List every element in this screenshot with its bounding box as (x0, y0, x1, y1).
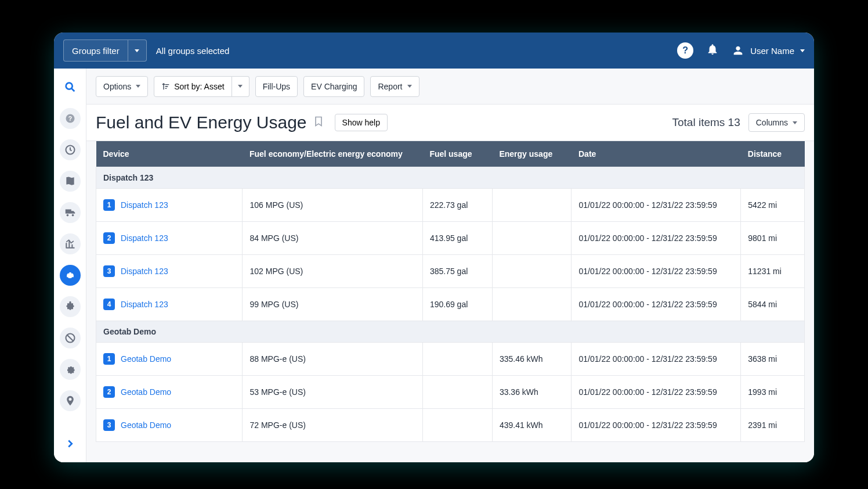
cell-distance: 3638 mi (741, 343, 805, 376)
table-row[interactable]: 4Dispatch 12399 MPG (US)190.69 gal01/01/… (96, 288, 805, 321)
device-link[interactable]: Dispatch 123 (121, 267, 168, 276)
cell-date: 01/01/22 00:00:00 - 12/31/22 23:59:59 (572, 343, 741, 376)
device-cell: 3Dispatch 123 (103, 265, 235, 277)
table-row[interactable]: 1Geotab Demo88 MPG-e (US)335.46 kWh01/01… (96, 343, 805, 376)
help-nav-icon[interactable]: ? (60, 108, 81, 129)
report-label: Report (378, 82, 402, 91)
cell-date: 01/01/22 00:00:00 - 12/31/22 23:59:59 (572, 288, 741, 321)
table-row[interactable]: 2Geotab Demo53 MPG-e (US)33.36 kWh01/01/… (96, 376, 805, 409)
puzzle-icon[interactable] (60, 296, 81, 317)
search-icon[interactable] (60, 77, 81, 98)
cell-fuel: 413.95 gal (422, 222, 492, 255)
group-name: Dispatch 123 (96, 167, 805, 189)
bookmark-icon[interactable] (313, 114, 324, 131)
options-button[interactable]: Options (96, 76, 148, 97)
group-header-row[interactable]: Dispatch 123 (96, 167, 805, 189)
page-header: Fuel and EV Energy Usage Show help Total… (86, 105, 814, 141)
device-cell: 3Geotab Demo (103, 419, 235, 431)
row-badge: 1 (103, 199, 115, 211)
group-header-row[interactable]: Geotab Demo (96, 321, 805, 343)
table-wrap: Device Fuel economy/Electric energy econ… (86, 141, 814, 442)
row-badge: 2 (103, 386, 115, 398)
table-row[interactable]: 3Geotab Demo72 MPG-e (US)439.41 kWh01/01… (96, 409, 805, 442)
svg-line-1 (71, 89, 74, 92)
pin-icon[interactable] (60, 390, 81, 411)
device-link[interactable]: Dispatch 123 (121, 300, 168, 309)
cell-economy: 102 MPG (US) (243, 255, 422, 288)
cell-date: 01/01/22 00:00:00 - 12/31/22 23:59:59 (572, 409, 741, 442)
device-cell: 4Dispatch 123 (103, 299, 235, 310)
fill-ups-label: Fill-Ups (263, 82, 290, 91)
device-cell: 2Dispatch 123 (103, 232, 235, 244)
col-distance[interactable]: Distance (741, 141, 805, 167)
row-badge: 2 (103, 232, 115, 244)
cell-distance: 1993 mi (741, 376, 805, 409)
sort-by-caret[interactable] (232, 76, 249, 97)
ev-charging-button[interactable]: EV Charging (303, 76, 364, 97)
chevron-down-icon (793, 121, 797, 124)
user-menu[interactable]: User Name (732, 44, 805, 57)
cell-distance: 9801 mi (741, 222, 805, 255)
show-help-button[interactable]: Show help (335, 114, 388, 131)
table-row[interactable]: 3Dispatch 123102 MPG (US)385.75 gal01/01… (96, 255, 805, 288)
device-cell: 1Geotab Demo (103, 353, 235, 365)
col-device[interactable]: Device (96, 141, 243, 167)
col-date[interactable]: Date (572, 141, 741, 167)
help-icon[interactable]: ? (677, 42, 693, 59)
cell-fuel: 385.75 gal (422, 255, 492, 288)
truck-icon[interactable] (60, 202, 81, 223)
chevron-down-icon (800, 49, 805, 52)
chart-icon[interactable] (60, 233, 81, 254)
left-rail: ? (54, 69, 86, 462)
cell-distance: 5422 mi (741, 189, 805, 222)
expand-rail-icon[interactable] (60, 433, 81, 454)
block-icon[interactable] (60, 328, 81, 348)
groups-filter-dropdown[interactable]: Groups filter (63, 39, 147, 62)
clock-icon[interactable] (60, 139, 81, 160)
topbar: Groups filter All groups selected ? User… (54, 33, 814, 69)
col-fuel[interactable]: Fuel usage (422, 141, 492, 167)
svg-point-6 (71, 214, 74, 217)
cell-fuel: 222.73 gal (422, 189, 492, 222)
notifications-icon[interactable] (706, 43, 719, 58)
main: Options Sort by: Asset Fill-Ups EV Charg… (86, 69, 814, 462)
col-economy[interactable]: Fuel economy/Electric energy economy (243, 141, 422, 167)
cell-energy (492, 189, 572, 222)
device-link[interactable]: Geotab Demo (121, 387, 171, 397)
report-button[interactable]: Report (370, 76, 419, 97)
cell-fuel (422, 343, 492, 376)
map-shield-icon[interactable] (60, 171, 81, 192)
cell-date: 01/01/22 00:00:00 - 12/31/22 23:59:59 (572, 189, 741, 222)
user-name: User Name (750, 46, 794, 56)
svg-point-5 (66, 214, 68, 217)
svg-text:?: ? (68, 115, 71, 122)
col-energy[interactable]: Energy usage (492, 141, 572, 167)
engine-icon[interactable] (60, 265, 81, 286)
settings-icon[interactable] (60, 359, 81, 380)
sort-by-button[interactable]: Sort by: Asset (154, 76, 249, 97)
cell-energy: 439.41 kWh (492, 409, 572, 442)
cell-date: 01/01/22 00:00:00 - 12/31/22 23:59:59 (572, 222, 741, 255)
device-link[interactable]: Geotab Demo (121, 420, 171, 430)
options-label: Options (103, 82, 131, 91)
sort-icon (161, 82, 171, 91)
cell-fuel (422, 409, 492, 442)
cell-distance: 2391 mi (741, 409, 805, 442)
table-row[interactable]: 2Dispatch 12384 MPG (US)413.95 gal01/01/… (96, 222, 805, 255)
cell-economy: 88 MPG-e (US) (243, 343, 422, 376)
chevron-down-icon (136, 85, 140, 88)
table-row[interactable]: 1Dispatch 123106 MPG (US)222.73 gal01/01… (96, 189, 805, 222)
cell-energy: 33.36 kWh (492, 376, 572, 409)
row-badge: 4 (103, 299, 115, 310)
columns-button[interactable]: Columns (748, 113, 805, 132)
app-window: Groups filter All groups selected ? User… (54, 33, 814, 462)
fill-ups-button[interactable]: Fill-Ups (255, 76, 298, 97)
device-cell: 1Dispatch 123 (103, 199, 235, 211)
groups-filter-label: Groups filter (64, 46, 128, 56)
columns-label: Columns (756, 118, 788, 127)
svg-point-0 (66, 83, 72, 89)
cell-economy: 72 MPG-e (US) (243, 409, 422, 442)
device-link[interactable]: Geotab Demo (121, 354, 171, 364)
device-link[interactable]: Dispatch 123 (121, 200, 168, 210)
device-link[interactable]: Dispatch 123 (121, 233, 168, 243)
